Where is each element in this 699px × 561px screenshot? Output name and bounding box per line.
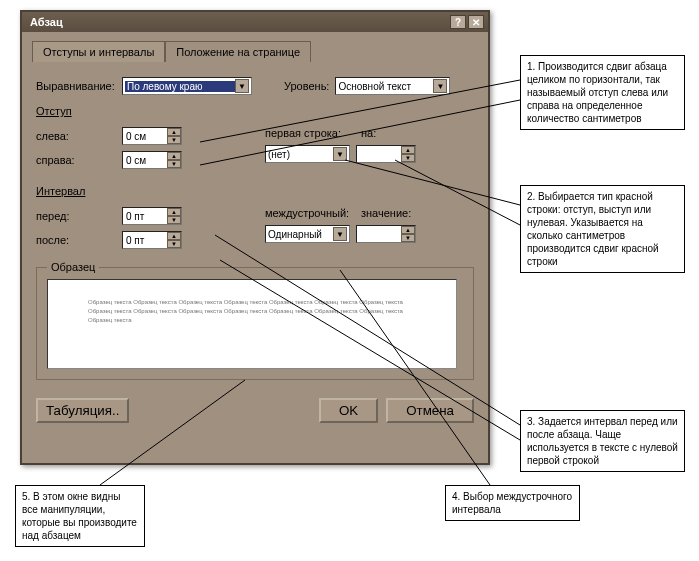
firstline-combo[interactable]: (нет) ▼ (265, 145, 350, 163)
titlebar: Абзац ? ✕ (22, 12, 488, 32)
paragraph-dialog: Абзац ? ✕ Отступы и интервалы Положение … (20, 10, 490, 465)
indent-left-spinner[interactable]: 0 см ▲▼ (122, 127, 182, 145)
tab-position[interactable]: Положение на странице (165, 41, 311, 62)
indent-left-value: 0 см (123, 131, 167, 142)
preview-pane: Образец текста Образец текста Образец те… (47, 279, 457, 369)
alignment-combo[interactable]: По левому краю ▼ (122, 77, 252, 95)
ok-button[interactable]: OK (319, 398, 378, 423)
window-title: Абзац (26, 16, 448, 28)
spin-down-icon[interactable]: ▼ (167, 216, 181, 224)
spin-down-icon[interactable]: ▼ (167, 136, 181, 144)
label-value: значение: (361, 207, 411, 219)
spacing-value: Одинарный (268, 229, 333, 240)
group-interval: Интервал (36, 185, 474, 197)
cancel-button[interactable]: Отмена (386, 398, 474, 423)
annotation-3: 3. Задается интервал перед или после абз… (520, 410, 685, 472)
annotation-1: 1. Производится сдвиг абзаца целиком по … (520, 55, 685, 130)
after-spinner[interactable]: 0 пт ▲▼ (122, 231, 182, 249)
level-value: Основной текст (338, 81, 433, 92)
label-right: справа: (36, 154, 116, 166)
spin-up-icon[interactable]: ▲ (167, 128, 181, 136)
spin-up-icon[interactable]: ▲ (167, 208, 181, 216)
tabulation-button[interactable]: Табуляция.. (36, 398, 129, 423)
spin-down-icon[interactable]: ▼ (401, 234, 415, 242)
value-spinner[interactable]: ▲▼ (356, 225, 416, 243)
label-sample: Образец (47, 261, 99, 273)
label-spacing: междустрочный: (265, 207, 355, 219)
tab-indents[interactable]: Отступы и интервалы (32, 41, 165, 62)
label-level: Уровень: (284, 80, 329, 92)
label-firstline: первая строка: (265, 127, 355, 139)
before-value: 0 пт (123, 211, 167, 222)
label-left: слева: (36, 130, 116, 142)
chevron-down-icon[interactable]: ▼ (235, 79, 249, 93)
chevron-down-icon[interactable]: ▼ (333, 227, 347, 241)
group-indent: Отступ (36, 105, 474, 117)
chevron-down-icon[interactable]: ▼ (333, 147, 347, 161)
alignment-value: По левому краю (125, 81, 235, 92)
before-spinner[interactable]: 0 пт ▲▼ (122, 207, 182, 225)
label-alignment: Выравнивание: (36, 80, 116, 92)
annotation-2: 2. Выбирается тип красной строки: отступ… (520, 185, 685, 273)
spin-down-icon[interactable]: ▼ (401, 154, 415, 162)
spin-up-icon[interactable]: ▲ (167, 232, 181, 240)
spin-down-icon[interactable]: ▼ (167, 160, 181, 168)
chevron-down-icon[interactable]: ▼ (433, 79, 447, 93)
level-combo[interactable]: Основной текст ▼ (335, 77, 450, 95)
firstline-value: (нет) (268, 149, 333, 160)
indent-right-spinner[interactable]: 0 см ▲▼ (122, 151, 182, 169)
spacing-combo[interactable]: Одинарный ▼ (265, 225, 350, 243)
spin-up-icon[interactable]: ▲ (401, 226, 415, 234)
after-value: 0 пт (123, 235, 167, 246)
annotation-4: 4. Выбор междустрочного интервала (445, 485, 580, 521)
label-by: на: (361, 127, 391, 139)
help-button[interactable]: ? (450, 15, 466, 29)
spin-up-icon[interactable]: ▲ (167, 152, 181, 160)
indent-right-value: 0 см (123, 155, 167, 166)
spin-up-icon[interactable]: ▲ (401, 146, 415, 154)
spin-down-icon[interactable]: ▼ (167, 240, 181, 248)
tab-bar: Отступы и интервалы Положение на страниц… (22, 32, 488, 61)
annotation-5: 5. В этом окне видны все манипуляции, ко… (15, 485, 145, 547)
by-spinner[interactable]: ▲▼ (356, 145, 416, 163)
sample-group: Образец Образец текста Образец текста Об… (36, 261, 474, 380)
close-button[interactable]: ✕ (468, 15, 484, 29)
label-before: перед: (36, 210, 116, 222)
label-after: после: (36, 234, 116, 246)
